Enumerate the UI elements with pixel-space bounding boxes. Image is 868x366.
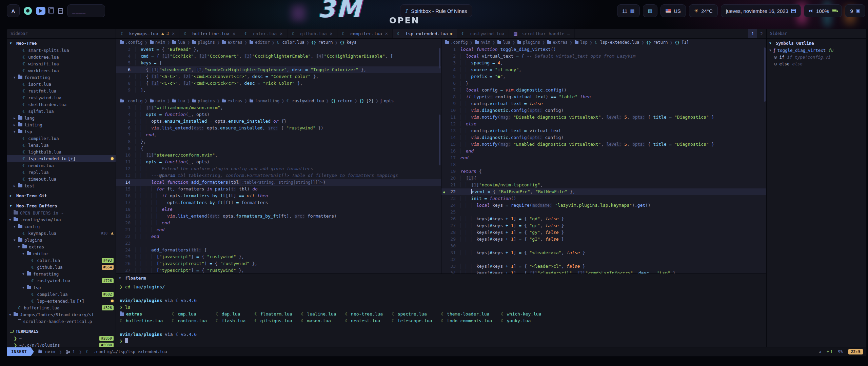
breadcrumb-item[interactable]: nvim	[150, 40, 165, 45]
clipboard-icon[interactable]	[50, 8, 54, 14]
terminal-line[interactable]: ❯ cd lua/plugins/	[120, 284, 763, 290]
code-line[interactable]: 30	[441, 243, 766, 249]
tree-item[interactable]: ▾formatting	[7, 74, 116, 81]
breadcrumb-item[interactable]: ☾rustywind.lua	[287, 99, 324, 103]
power-icon[interactable]	[24, 7, 32, 15]
tree-item[interactable]: ▸lang	[7, 115, 116, 121]
code-line[interactable]: 20▏ [1]{	[441, 175, 766, 182]
code-line[interactable]: 27▏ ▏ ▏ keys[#keys + 1] = { "gr", false …	[441, 222, 766, 229]
tab-bufferline.lua[interactable]: ☾bufferline.lua×	[179, 29, 240, 38]
breadcrumb-item[interactable]: lua	[172, 40, 185, 45]
section-header-symbols-outline[interactable]: ▾ Symbols Outline	[767, 39, 866, 47]
tab-scrollbar-handle-…[interactable]: ▨scrollbar-handle-…	[509, 29, 574, 38]
layout-widget[interactable]: ▤	[643, 4, 657, 17]
outline-item[interactable]: ▸⊙ifif type(config.vi	[767, 54, 866, 60]
breadcrumb-item[interactable]: ☾lsp-extended.lua	[594, 40, 639, 45]
tab-github.lua[interactable]: ☾github.lua×	[288, 29, 337, 38]
code-line[interactable]: 16▏ end	[441, 148, 766, 155]
section-header-terminals[interactable]: TERMINALS	[7, 327, 116, 335]
code-line[interactable]: 18	[441, 161, 766, 168]
breadcrumb-item[interactable]: .config	[445, 40, 468, 45]
workspace-flag-icon[interactable]	[36, 7, 45, 15]
close-icon[interactable]: ×	[330, 31, 333, 36]
code-line[interactable]: 10▏ ▏ vim.diagnostic.config(opts: config…	[441, 107, 766, 114]
scrollbar[interactable]	[764, 47, 766, 102]
tree-item[interactable]: ▸☾keymaps.lua#10	[7, 230, 116, 237]
tree-item[interactable]: ▾lsp	[7, 284, 116, 291]
code-line[interactable]: 33▏ ▏ ▏ keys[#keys + 1] = { "<leader>cl"…	[441, 263, 766, 270]
breadcrumb-item[interactable]: {}return	[311, 40, 333, 45]
tree-item[interactable]: ▸☾worktree.lua	[7, 67, 116, 74]
floaterm-header[interactable]: ▾ Floaterm	[116, 274, 766, 282]
code-line[interactable]: 18▏ ▏ ▏ ▏ ▏ else	[116, 206, 441, 213]
tree-item[interactable]: ▸☾lens.lua	[7, 142, 116, 148]
tab-rustywind.lua[interactable]: ☾rustywind.lua	[457, 29, 509, 38]
code-line[interactable]: 10▏ ▏ [1]"stevearc/conform.nvim",	[116, 152, 441, 159]
tree-item[interactable]: ▸☾rustfmt.lua	[7, 87, 116, 94]
code-line[interactable]: 24▏ ▏ ▏ add_formatters(tbl: {	[116, 247, 441, 253]
breadcrumb-item[interactable]: ☾color.lua	[277, 40, 304, 45]
tabpage-1[interactable]: 1	[748, 29, 757, 38]
tree-item[interactable]: ▸☾lsp-extended.lu[+]	[7, 155, 116, 162]
close-icon[interactable]: ×	[233, 31, 235, 36]
code-line[interactable]: 5▏ ▏ ▏ opts.ensure_installed = opts.ensu…	[116, 118, 441, 125]
code-line[interactable]: 23▏ ▏ init = function()	[441, 195, 766, 202]
section-header-neo-tree-buffers[interactable]: ▾ Neo-Tree Buffers	[7, 202, 116, 209]
code-line[interactable]: 16▏ ▏ ▏ ▏ ▏ if opts.formatters_by_ft[ft]…	[116, 192, 441, 199]
code-line[interactable]: 12▏ else	[441, 121, 766, 127]
tree-item[interactable]: ▸☾lightbulb.lua	[7, 148, 116, 155]
tree-item[interactable]: ▸☾sqlfmt.lua	[7, 108, 116, 115]
editor-pane-lsp-extended-lua[interactable]: 1local function toggle_diag_virtext()2▏ …	[441, 46, 766, 273]
breadcrumb-item[interactable]: plugins	[192, 40, 215, 45]
code-line[interactable]: 12▏ ▏ ▏ --- Extend the conform plugin co…	[116, 165, 441, 172]
code-line[interactable]: 4▏ ▏ source = "if_many",	[441, 66, 766, 73]
scrollbar[interactable]	[439, 115, 440, 165]
code-line[interactable]: 26▏ ▏ ▏ keys[#keys + 1] = { "gd", false …	[441, 216, 766, 222]
code-line[interactable]: 8▏ if type(v: config.virtual_text) == "t…	[441, 94, 766, 100]
breadcrumb-item[interactable]: .config	[120, 40, 143, 45]
keyboard-layout-widget[interactable]: US	[660, 4, 686, 17]
code-line[interactable]: 22▏ ▏ ▏ end	[116, 233, 441, 240]
tab-keymaps.lua[interactable]: ☾keymaps.lua3×	[116, 29, 179, 38]
volume-widget[interactable]: 100%	[804, 4, 842, 17]
breadcrumb-item[interactable]: extras	[222, 40, 242, 45]
tray-widget[interactable]: 9▣	[845, 4, 865, 17]
editor-pane-color-lua[interactable]: 3▏ event = { "BufRead" },4▏ cmd = { [1]"…	[116, 46, 441, 97]
breadcrumb-item[interactable]: .config	[120, 99, 143, 103]
section-header-neo-tree-git[interactable]: ▸ Neo-Tree Git	[7, 192, 116, 199]
code-line[interactable]: 20▏ ▏ ▏ ▏ ▏ end	[116, 220, 441, 226]
code-line[interactable]: 2▏ local virtual_text = { -- Default vir…	[441, 53, 766, 60]
tree-item[interactable]: ▸☾rustywind.lua	[7, 94, 116, 101]
code-line[interactable]: 4▏ cmd = { [1]"CccPick", [2]"CccConvert"…	[116, 53, 441, 60]
code-line[interactable]: 9▏ ▏ config.virtual_text = false	[441, 100, 766, 107]
breadcrumb-item[interactable]: formatting	[249, 99, 279, 103]
breadcrumb-item[interactable]: extras	[547, 40, 567, 45]
media-widget[interactable]: ♪ Spiritbox - Rule Of Nines	[400, 4, 472, 17]
code-line[interactable]: 8▏ },	[116, 138, 441, 145]
tree-item[interactable]: ▸test	[7, 182, 116, 189]
tree-item[interactable]: ▾lsp	[7, 128, 116, 135]
code-line[interactable]: 21▏ ▏ [1]"neovim/nvim-lspconfig",	[441, 182, 766, 188]
tab-color.lua[interactable]: ☾color.lua×	[240, 29, 288, 38]
close-icon[interactable]: ×	[385, 31, 388, 36]
close-icon[interactable]: ×	[280, 31, 282, 36]
breadcrumb-item[interactable]: plugins	[517, 40, 540, 45]
code-line[interactable]: 21▏ ▏ ▏ ▏ end	[116, 226, 441, 233]
code-line[interactable]: 5▏ ▏ prefix = "●",	[441, 73, 766, 80]
terminal-line[interactable]: ❯	[120, 338, 763, 345]
breadcrumb-item[interactable]: ƒopts	[380, 99, 394, 103]
tree-item[interactable]: ▸❯~#2859	[7, 335, 116, 342]
breadcrumb-item[interactable]: nvim	[475, 40, 490, 45]
tree-item[interactable]: ▸☾github.lua#654	[7, 264, 116, 270]
breadcrumb-item[interactable]: extras	[222, 99, 242, 103]
code-line[interactable]: 9▏ {	[116, 145, 441, 152]
tree-item[interactable]: ▸☾smart-splits.lua	[7, 47, 116, 54]
breadcrumb-item[interactable]: lua	[497, 40, 510, 45]
editor-pane-rustywind-lua[interactable]: 3▏ ▏ [1]"williamboman/mason.nvim",4▏ ▏ o…	[116, 104, 441, 273]
tree-item[interactable]: ▸OPEN BUFFERS in ~	[7, 209, 116, 216]
breadcrumb-item[interactable]: editor	[249, 40, 270, 45]
tree-item[interactable]: ▸scrollbar-handle-vertical.p	[7, 318, 116, 325]
tree-item[interactable]: ▾formatting	[7, 270, 116, 277]
tree-item[interactable]: ▸☾timeout.lua	[7, 176, 116, 182]
tree-item[interactable]: ▾.config/nvim/lua	[7, 216, 116, 223]
